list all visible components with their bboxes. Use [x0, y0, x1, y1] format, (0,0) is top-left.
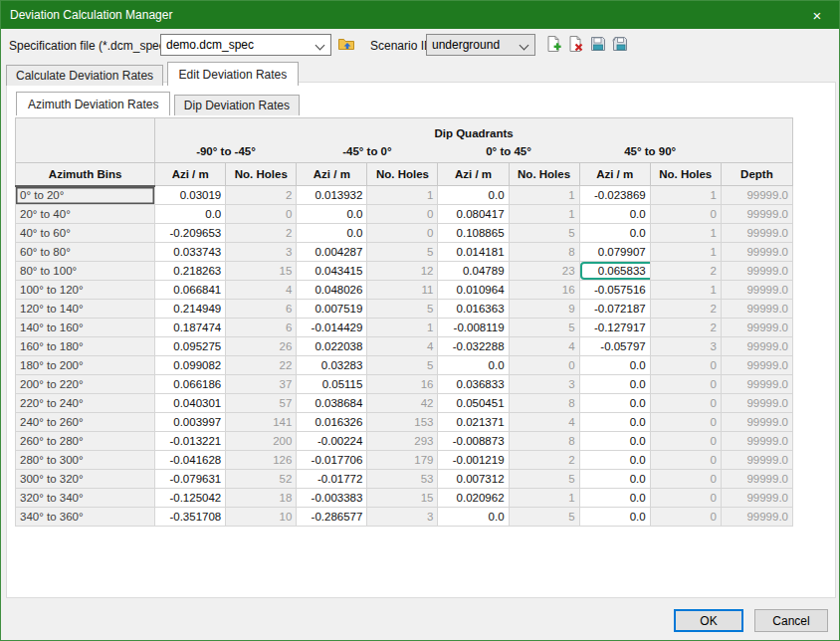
azi-per-m-cell[interactable]: -0.05797 — [579, 337, 650, 356]
no-holes-cell[interactable]: 10 — [226, 508, 297, 527]
azi-per-m-cell[interactable]: -0.017706 — [297, 451, 367, 470]
azi-per-m-cell[interactable]: -0.00224 — [297, 432, 367, 451]
no-holes-cell[interactable]: 3 — [367, 508, 438, 527]
azi-per-m-cell[interactable]: 0.065833 — [579, 262, 650, 281]
azimuth-bin-cell[interactable]: 160° to 180° — [16, 337, 155, 356]
azimuth-bin-cell[interactable]: 240° to 260° — [16, 413, 155, 432]
no-holes-cell[interactable]: 6 — [226, 300, 297, 319]
azi-per-m-cell[interactable]: 0.0 — [579, 413, 650, 432]
no-holes-cell[interactable]: 26 — [226, 337, 297, 356]
no-holes-cell[interactable]: 57 — [226, 394, 297, 413]
azi-per-m-cell[interactable]: 0.108865 — [438, 224, 509, 243]
no-holes-cell[interactable]: 8 — [509, 432, 579, 451]
column-header-no-holes[interactable]: No. Holes — [509, 163, 579, 186]
no-holes-cell[interactable]: 18 — [226, 489, 297, 508]
azi-per-m-cell[interactable]: -0.032288 — [438, 337, 509, 356]
azi-per-m-cell[interactable]: 0.020962 — [438, 489, 509, 508]
azi-per-m-cell[interactable]: 0.036833 — [438, 375, 509, 394]
azi-per-m-cell[interactable]: 0.016363 — [438, 300, 509, 319]
azi-per-m-cell[interactable]: 0.013932 — [297, 186, 367, 205]
azi-per-m-cell[interactable]: -0.003383 — [297, 489, 367, 508]
azi-per-m-cell[interactable]: -0.351708 — [155, 508, 226, 527]
no-holes-cell[interactable]: 37 — [226, 375, 297, 394]
no-holes-cell[interactable]: 3 — [509, 375, 579, 394]
azi-per-m-cell[interactable]: -0.072187 — [579, 300, 650, 319]
no-holes-cell[interactable]: 11 — [367, 281, 438, 300]
azi-per-m-cell[interactable]: -0.286577 — [297, 508, 367, 527]
depth-cell[interactable]: 99999.0 — [721, 205, 792, 224]
depth-cell[interactable]: 99999.0 — [721, 394, 792, 413]
azi-per-m-cell[interactable]: -0.001219 — [438, 451, 509, 470]
save-as-icon[interactable] — [611, 35, 629, 53]
azi-per-m-cell[interactable]: -0.023869 — [579, 186, 650, 205]
azi-per-m-cell[interactable]: -0.01772 — [297, 470, 367, 489]
no-holes-cell[interactable]: 2 — [650, 300, 721, 319]
azi-per-m-cell[interactable]: 0.214949 — [155, 300, 226, 319]
no-holes-cell[interactable]: 9 — [509, 300, 579, 319]
depth-cell[interactable]: 99999.0 — [721, 356, 792, 375]
no-holes-cell[interactable]: 1 — [367, 319, 438, 337]
no-holes-cell[interactable]: 0 — [650, 489, 721, 508]
azi-per-m-cell[interactable]: 0.095275 — [155, 337, 226, 356]
azi-per-m-cell[interactable]: 0.040301 — [155, 394, 226, 413]
azi-per-m-cell[interactable]: 0.0 — [579, 508, 650, 527]
azi-per-m-cell[interactable]: 0.043415 — [297, 262, 367, 281]
no-holes-cell[interactable]: 0 — [650, 205, 721, 224]
azimuth-bin-cell[interactable]: 20° to 40° — [16, 205, 155, 224]
azimuth-bin-cell[interactable]: 140° to 160° — [16, 319, 155, 337]
no-holes-cell[interactable]: 0 — [226, 205, 297, 224]
azi-per-m-cell[interactable]: 0.007312 — [438, 470, 509, 489]
no-holes-cell[interactable]: 4 — [226, 281, 297, 300]
no-holes-cell[interactable]: 5 — [509, 224, 579, 243]
azimuth-bin-cell[interactable]: 220° to 240° — [16, 394, 155, 413]
no-holes-cell[interactable]: 16 — [367, 375, 438, 394]
azimuth-bin-cell[interactable]: 60° to 80° — [16, 243, 155, 262]
column-header-depth[interactable]: Depth — [721, 163, 792, 186]
no-holes-cell[interactable]: 8 — [509, 394, 579, 413]
depth-cell[interactable]: 99999.0 — [721, 451, 792, 470]
azimuth-bin-cell[interactable]: 120° to 140° — [16, 300, 155, 319]
azi-per-m-cell[interactable]: -0.013221 — [155, 432, 226, 451]
column-header-azi-per-m[interactable]: Azi / m — [155, 163, 226, 186]
azi-per-m-cell[interactable]: 0.0 — [579, 224, 650, 243]
open-folder-icon[interactable] — [337, 35, 355, 53]
depth-cell[interactable]: 99999.0 — [721, 470, 792, 489]
no-holes-cell[interactable]: 1 — [367, 186, 438, 205]
azi-per-m-cell[interactable]: 0.187474 — [155, 319, 226, 337]
azi-per-m-cell[interactable]: 0.03019 — [155, 186, 226, 205]
azimuth-bin-cell[interactable]: 280° to 300° — [16, 451, 155, 470]
no-holes-cell[interactable]: 1 — [650, 186, 721, 205]
save-icon[interactable] — [589, 35, 607, 53]
azi-per-m-cell[interactable]: 0.010964 — [438, 281, 509, 300]
no-holes-cell[interactable]: 5 — [367, 300, 438, 319]
azi-per-m-cell[interactable]: 0.022038 — [297, 337, 367, 356]
azi-per-m-cell[interactable]: 0.0 — [438, 186, 509, 205]
no-holes-cell[interactable]: 0 — [650, 356, 721, 375]
azi-per-m-cell[interactable]: 0.0 — [297, 205, 367, 224]
no-holes-cell[interactable]: 5 — [367, 243, 438, 262]
tab-edit-deviation-rates[interactable]: Edit Deviation Rates — [167, 62, 300, 86]
azimuth-bin-cell[interactable]: 100° to 120° — [16, 281, 155, 300]
tab-dip-deviation-rates[interactable]: Dip Deviation Rates — [174, 95, 300, 115]
depth-cell[interactable]: 99999.0 — [721, 281, 792, 300]
azi-per-m-cell[interactable]: -0.014429 — [297, 319, 367, 337]
no-holes-cell[interactable]: 0 — [650, 375, 721, 394]
azi-per-m-cell[interactable]: 0.003997 — [155, 413, 226, 432]
azi-per-m-cell[interactable]: 0.099082 — [155, 356, 226, 375]
no-holes-cell[interactable]: 0 — [650, 508, 721, 527]
azi-per-m-cell[interactable]: -0.008119 — [438, 319, 509, 337]
azi-per-m-cell[interactable]: 0.05115 — [297, 375, 367, 394]
no-holes-cell[interactable]: 0 — [367, 205, 438, 224]
azi-per-m-cell[interactable]: 0.007519 — [297, 300, 367, 319]
azi-per-m-cell[interactable]: 0.014181 — [438, 243, 509, 262]
azi-per-m-cell[interactable]: -0.209653 — [155, 224, 226, 243]
no-holes-cell[interactable]: 15 — [226, 262, 297, 281]
azimuth-bin-cell[interactable]: 0° to 20° — [16, 186, 155, 205]
no-holes-cell[interactable]: 1 — [650, 224, 721, 243]
no-holes-cell[interactable]: 2 — [650, 262, 721, 281]
column-header-azi-per-m[interactable]: Azi / m — [297, 163, 367, 186]
ok-button[interactable]: OK — [674, 609, 743, 632]
azi-per-m-cell[interactable]: 0.048026 — [297, 281, 367, 300]
depth-cell[interactable]: 99999.0 — [721, 262, 792, 281]
azimuth-bin-cell[interactable]: 300° to 320° — [16, 470, 155, 489]
